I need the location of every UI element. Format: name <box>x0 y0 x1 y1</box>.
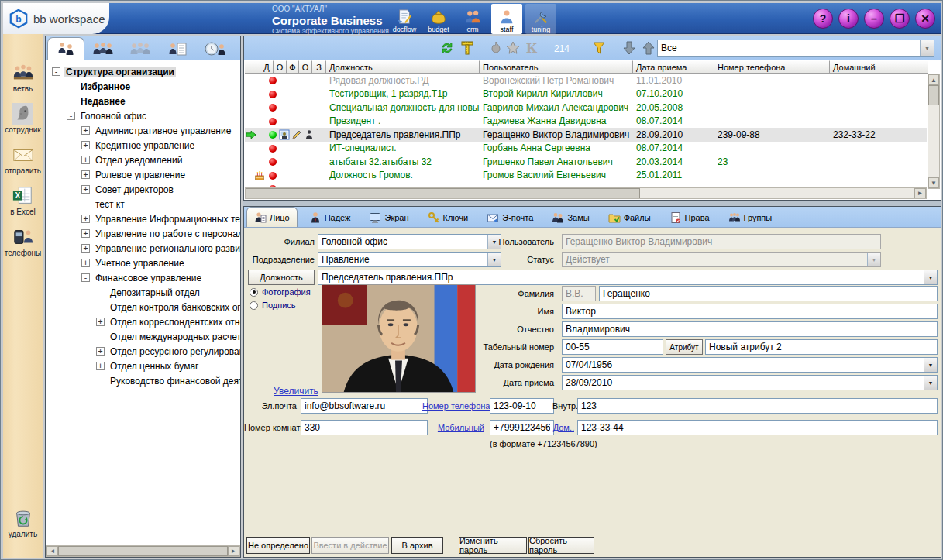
filter-combo[interactable]: Все ▼ <box>657 40 934 57</box>
expand-icon[interactable]: + <box>81 185 90 194</box>
tree-item-label[interactable]: Отдел ценных бумаг <box>108 361 200 372</box>
mobile-link[interactable]: Мобильный <box>422 423 484 432</box>
tree-item[interactable]: +Отдел ресурсного регулирования <box>46 344 240 359</box>
hiredate-combo[interactable]: 28/09/2010 ▼ <box>562 375 938 390</box>
tree-item-label[interactable]: Совет директоров <box>94 184 175 195</box>
chevron-down-icon[interactable]: ▼ <box>924 358 937 372</box>
tree-tab-5[interactable] <box>196 37 233 60</box>
tree-item[interactable]: Избранное <box>46 79 240 94</box>
enlarge-link[interactable]: Увеличить <box>274 386 318 397</box>
tree-item-label[interactable]: Отдел корреспондентских отноше <box>108 317 240 328</box>
tab-Ключи[interactable]: Ключи <box>421 208 476 227</box>
scrollbar-thumb[interactable] <box>58 546 228 556</box>
mobile-field[interactable] <box>490 420 554 435</box>
column-header-Пользователь[interactable]: Пользователь <box>480 60 633 74</box>
expand-icon[interactable]: + <box>96 347 105 356</box>
tree-item-label[interactable]: Депозитарный отдел <box>108 287 201 298</box>
photo-radio[interactable]: Фотография <box>250 287 311 297</box>
column-header-О[interactable]: О <box>274 60 287 74</box>
filter-icon[interactable] <box>591 40 607 56</box>
tree-item[interactable]: +Управление регионального развития <box>46 241 240 256</box>
tree-item-label[interactable]: Недавнее <box>79 96 127 107</box>
change-password-button[interactable]: Изменить пароль <box>459 537 527 554</box>
tree-tab-4[interactable] <box>159 37 196 60</box>
table-row[interactable]: Рядовая должность.РДВоронежский Петр Ром… <box>245 74 927 88</box>
expand-icon[interactable]: + <box>96 318 105 326</box>
tree-item[interactable]: Отдел международных расчетов <box>46 329 240 344</box>
phone-field[interactable] <box>490 398 554 414</box>
tree-tab-3[interactable] <box>122 37 159 60</box>
patronymic-field[interactable] <box>562 321 938 337</box>
tree-item-label[interactable]: Кредитное управление <box>94 140 196 151</box>
phone-link[interactable]: Номер телефона <box>422 401 484 411</box>
email-field[interactable] <box>301 398 428 414</box>
column-header-З[interactable]: З <box>312 60 326 74</box>
tree-item-label[interactable]: Отдел ресурсного регулирования <box>108 346 240 357</box>
module-budget[interactable]: budget <box>423 4 454 34</box>
tree-item[interactable]: +Отдел ценных бумаг <box>46 359 240 373</box>
home-link[interactable]: Дом.. <box>552 423 574 432</box>
column-header-Ф[interactable]: Ф <box>287 60 299 74</box>
tree-item-label[interactable]: Избранное <box>79 81 132 92</box>
chevron-down-icon[interactable]: ▼ <box>924 270 937 284</box>
tree-item[interactable]: Недавнее <box>46 94 240 108</box>
person-profile-button[interactable]: сотрудник <box>5 103 40 134</box>
position-button[interactable]: Должность <box>248 270 315 285</box>
division-combo[interactable]: Правление ▼ <box>318 252 501 267</box>
tree-item-label[interactable]: Управление Информационных технол <box>94 214 240 225</box>
envelope-button[interactable]: отправить <box>5 144 41 175</box>
expand-icon[interactable]: + <box>81 126 90 135</box>
tree-item[interactable]: -Финансовое управление <box>46 270 240 285</box>
grid-vertical-scrollbar[interactable]: ▲ ▼ <box>928 74 940 189</box>
table-row[interactable]: атыбаты 32.атыбаты 32Гришенко Павел Анат… <box>245 155 927 169</box>
module-crm[interactable]: crm <box>457 4 488 34</box>
firstname-field[interactable] <box>562 304 938 319</box>
column-header-Д[interactable]: Д <box>260 60 274 74</box>
module-staff[interactable]: staff <box>491 4 522 34</box>
scroll-up-icon[interactable]: ▲ <box>928 74 939 85</box>
tab-Падеж[interactable]: Падеж <box>302 208 358 227</box>
table-row[interactable]: Тестировщик, 1 разряд.Т1рВторой Кирилл К… <box>245 88 927 101</box>
tree-item[interactable]: тест кт <box>46 197 240 211</box>
chevron-down-icon[interactable]: ▼ <box>920 40 934 56</box>
tree-item-label[interactable]: тест кт <box>94 199 126 210</box>
scroll-right-icon[interactable]: ► <box>914 188 926 198</box>
scroll-left-icon[interactable]: ◄ <box>46 546 58 556</box>
internal-field[interactable] <box>577 398 938 414</box>
maximize-button[interactable]: ❒ <box>890 9 910 29</box>
table-row[interactable]: Должность Громов.Громов Василий Евгеньев… <box>245 169 927 183</box>
tree-item-label[interactable]: Административное управление <box>94 125 232 136</box>
surname-field[interactable] <box>599 286 938 301</box>
tab-Замы[interactable]: Замы <box>545 208 596 227</box>
column-header-Дата приема[interactable]: Дата приема <box>633 60 714 74</box>
tree-item[interactable]: -Головной офис <box>46 108 240 123</box>
scrollbar-track[interactable] <box>640 188 914 198</box>
panel-splitter[interactable] <box>243 201 941 206</box>
tab-Права[interactable]: Права <box>663 208 717 227</box>
up-arrow-icon[interactable] <box>641 40 656 56</box>
expand-icon[interactable]: + <box>81 215 90 223</box>
expand-icon[interactable]: + <box>81 229 90 238</box>
excel-button[interactable]: Xв Excel <box>10 185 36 216</box>
tree-tab-2[interactable] <box>84 37 122 60</box>
birthdate-combo[interactable]: 07/04/1956 ▼ <box>562 357 938 373</box>
tree-item-label[interactable]: Управление регионального развития <box>94 243 240 254</box>
branch-combo[interactable]: Головной офис ▼ <box>318 234 501 249</box>
expand-icon[interactable]: + <box>81 259 90 267</box>
table-row[interactable]: Специальная должность для новы...Гаврило… <box>245 101 927 115</box>
tree-item-label[interactable]: Руководство финансовой деятель <box>108 376 240 387</box>
close-button[interactable]: ✕ <box>915 9 935 29</box>
tree-item[interactable]: +Управление Информационных технол <box>46 211 240 226</box>
attribute-button[interactable]: Атрибут <box>666 339 703 355</box>
module-docflow[interactable]: docflow <box>389 4 420 34</box>
personnel-number-field[interactable] <box>562 339 663 355</box>
k-letter-icon[interactable]: К <box>524 40 539 56</box>
expand-icon[interactable]: + <box>81 170 90 179</box>
tree-item[interactable]: Отдел контроля банковских опера <box>46 300 240 314</box>
help-button[interactable]: ? <box>813 9 833 29</box>
attribute-field[interactable] <box>705 339 938 355</box>
scrollbar-thumb[interactable] <box>928 85 939 105</box>
tree-item[interactable]: +Административное управление <box>46 123 240 138</box>
tree-item[interactable]: +Учетное управление <box>46 256 240 270</box>
tree-item-label[interactable]: Головной офис <box>79 111 148 122</box>
